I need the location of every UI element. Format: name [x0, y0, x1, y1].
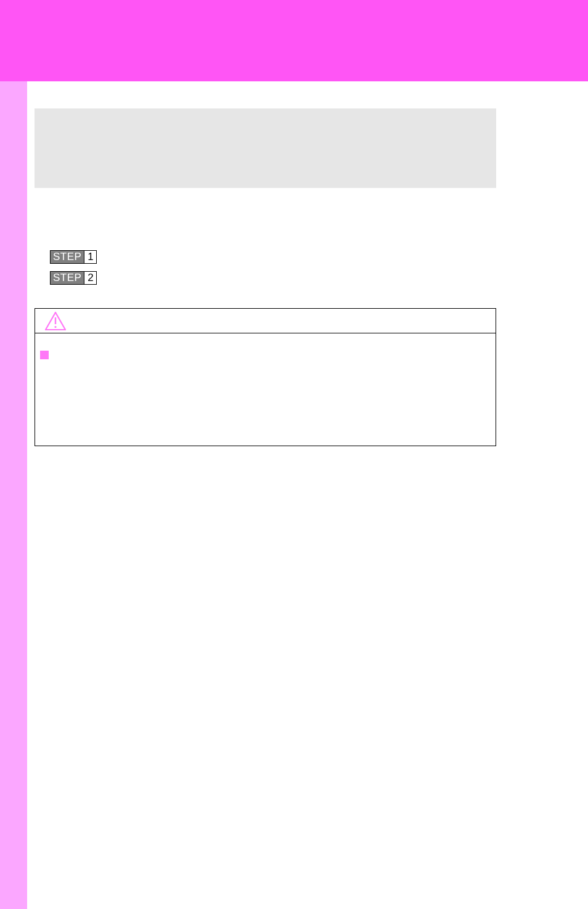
- page: STEP 1 STEP 2: [0, 0, 588, 909]
- gray-info-box: [35, 108, 496, 188]
- steps-list: STEP 1 STEP 2: [50, 250, 97, 292]
- warning-header: [35, 309, 496, 333]
- step-label: STEP: [51, 251, 84, 263]
- warning-triangle-icon: [45, 312, 66, 330]
- bullet-square-icon: [40, 351, 49, 359]
- header-band: [0, 0, 588, 81]
- sidebar-band: [0, 81, 27, 909]
- svg-point-2: [54, 325, 56, 327]
- step-number: 1: [84, 251, 96, 263]
- step-badge-1: STEP 1: [50, 250, 97, 264]
- warning-box: [35, 308, 496, 446]
- warning-body: [35, 333, 496, 446]
- content-area: STEP 1 STEP 2: [27, 81, 588, 909]
- step-badge-2: STEP 2: [50, 271, 97, 285]
- step-number: 2: [84, 272, 96, 284]
- step-label: STEP: [51, 272, 84, 284]
